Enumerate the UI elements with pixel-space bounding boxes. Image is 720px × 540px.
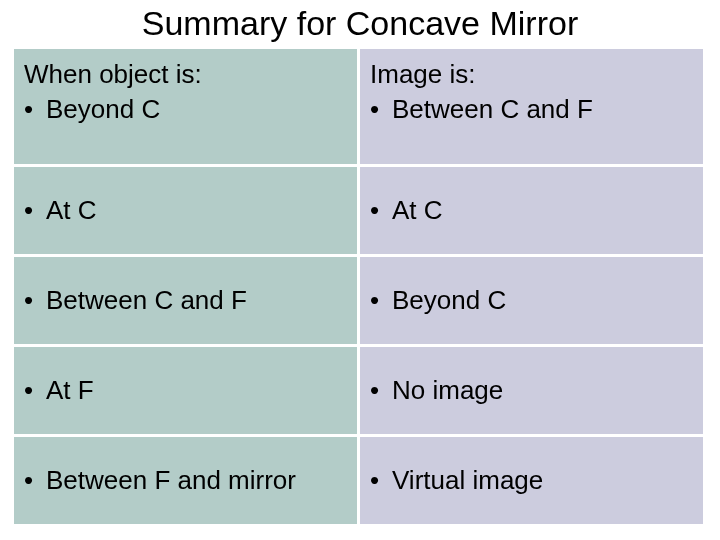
bullet-icon: • — [24, 373, 38, 408]
table-row: • Between F and mirror — [14, 437, 360, 527]
header-label-image: Image is: — [370, 57, 693, 92]
table-row: • Virtual image — [360, 437, 706, 527]
page-title: Summary for Concave Mirror — [0, 0, 720, 49]
bullet-icon: • — [370, 283, 384, 318]
row-object: At F — [46, 373, 94, 408]
header-cell-object: When object is: • Beyond C — [14, 49, 360, 167]
table-row: • At F — [14, 347, 360, 437]
summary-table: When object is: • Beyond C Image is: • B… — [14, 49, 706, 527]
bullet-icon: • — [24, 193, 38, 228]
row-object: At C — [46, 193, 97, 228]
bullet-icon: • — [370, 373, 384, 408]
bullet-icon: • — [24, 463, 38, 498]
row-image: At C — [392, 193, 443, 228]
row-object: Between F and mirror — [46, 463, 296, 498]
row-object: Beyond C — [46, 92, 160, 127]
row-image: No image — [392, 373, 503, 408]
bullet-icon: • — [370, 193, 384, 228]
row-object: Between C and F — [46, 283, 247, 318]
table-row: • At C — [14, 167, 360, 257]
bullet-icon: • — [370, 92, 384, 127]
row-image: Beyond C — [392, 283, 506, 318]
bullet-icon: • — [370, 463, 384, 498]
table-row: • Beyond C — [360, 257, 706, 347]
row-image: Between C and F — [392, 92, 593, 127]
bullet-icon: • — [24, 283, 38, 318]
table-row: • Between C and F — [14, 257, 360, 347]
bullet-icon: • — [24, 92, 38, 127]
table-row: • At C — [360, 167, 706, 257]
table-row: • No image — [360, 347, 706, 437]
row-image: Virtual image — [392, 463, 543, 498]
header-cell-image: Image is: • Between C and F — [360, 49, 706, 167]
header-label-object: When object is: — [24, 57, 347, 92]
